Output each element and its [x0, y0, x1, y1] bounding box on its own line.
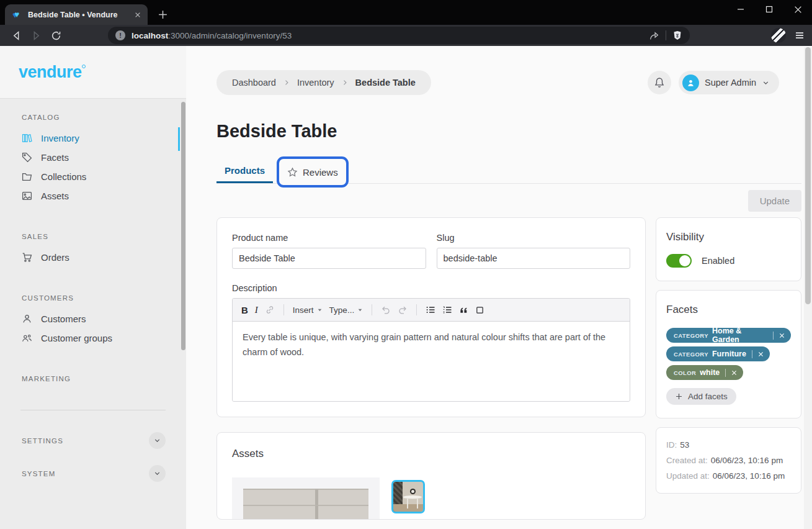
- editor-toolbar: B I Insert: [233, 299, 630, 322]
- section-header-marketing: MARKETING: [0, 375, 186, 382]
- horizontal-rule-icon[interactable]: [475, 305, 484, 315]
- sidebar-scrollbar[interactable]: [181, 102, 185, 350]
- italic-button[interactable]: I: [255, 305, 258, 315]
- chip-separator: [725, 369, 726, 377]
- scrollbar-thumb[interactable]: [805, 47, 811, 304]
- browser-toolbar: ! localhost:3000/admin/catalog/inventory…: [0, 25, 812, 46]
- sidebar-item-customer-groups[interactable]: Customer groups: [0, 328, 186, 348]
- bullet-list-icon[interactable]: [426, 305, 435, 315]
- back-button[interactable]: [7, 27, 25, 44]
- sidebar-item-facets[interactable]: Facets: [0, 148, 186, 167]
- assets-card-title: Assets: [232, 448, 630, 460]
- window-minimize-button[interactable]: [726, 0, 755, 19]
- library-icon: [22, 133, 32, 143]
- breadcrumb-dashboard[interactable]: Dashboard: [232, 78, 276, 88]
- meta-label: ID:: [666, 440, 677, 450]
- left-column: Product name Slug Description B: [216, 217, 646, 520]
- user-menu[interactable]: Super Admin: [679, 71, 779, 94]
- visibility-toggle[interactable]: [666, 254, 692, 268]
- add-facets-button[interactable]: Add facets: [666, 388, 736, 405]
- plus-icon: [675, 392, 683, 400]
- forward-button[interactable]: [27, 27, 45, 44]
- facet-value: Furniture: [712, 350, 746, 358]
- tab-products[interactable]: Products: [216, 159, 273, 183]
- rich-text-editor: B I Insert: [232, 298, 630, 402]
- meta-value: 53: [680, 440, 689, 450]
- image-detail: [410, 489, 416, 494]
- section-header-system: SYSTEM: [22, 470, 56, 477]
- url-bar-actions: [649, 30, 682, 41]
- remove-facet-icon[interactable]: [757, 351, 764, 358]
- blockquote-icon[interactable]: [459, 305, 468, 315]
- bold-button[interactable]: B: [241, 305, 248, 315]
- sidebar-item-label: Inventory: [41, 133, 79, 143]
- link-icon[interactable]: [265, 305, 275, 315]
- content-grid: Product name Slug Description B: [216, 217, 801, 520]
- chevron-down-icon[interactable]: [149, 432, 166, 449]
- page-scrollbar[interactable]: [804, 47, 812, 529]
- slug-field: Slug: [437, 233, 631, 269]
- sidebar-item-label: Customers: [41, 314, 86, 324]
- sidebar-item-collections[interactable]: Collections: [0, 167, 186, 186]
- description-editor-body[interactable]: Every table is unique, with varying grai…: [233, 322, 630, 401]
- share-icon[interactable]: [649, 30, 659, 41]
- user-icon: [686, 78, 695, 88]
- sidebar-item-label: Customer groups: [41, 333, 112, 343]
- new-tab-button[interactable]: [158, 9, 168, 20]
- browser-tab-title: Bedside Table • Vendure: [28, 11, 126, 19]
- insert-dropdown[interactable]: Insert: [293, 305, 323, 315]
- sidebar-item-inventory[interactable]: Inventory: [0, 129, 186, 148]
- tab-close-icon[interactable]: [134, 11, 141, 19]
- remove-facet-icon[interactable]: [731, 369, 738, 376]
- users-icon: [22, 333, 32, 343]
- user-icon: [22, 314, 32, 324]
- sidebar-item-orders[interactable]: Orders: [0, 248, 186, 267]
- tab-reviews[interactable]: Reviews: [287, 167, 338, 178]
- meta-label: Updated at:: [666, 471, 710, 481]
- url-bar[interactable]: ! localhost:3000/admin/catalog/inventory…: [108, 27, 690, 44]
- sidebar-item-label: Collections: [41, 171, 86, 182]
- sidebar-item-assets[interactable]: Assets: [0, 186, 186, 206]
- product-name-label: Product name: [232, 233, 426, 243]
- menu-icon[interactable]: [795, 30, 805, 40]
- slug-input[interactable]: [437, 248, 631, 269]
- tab-bar: Products Reviews: [216, 159, 801, 184]
- add-facets-label: Add facets: [688, 392, 728, 401]
- brave-shield-icon[interactable]: [672, 30, 682, 40]
- update-button[interactable]: Update: [748, 190, 801, 212]
- reload-button[interactable]: [47, 27, 65, 44]
- window-maximize-button[interactable]: [755, 0, 783, 19]
- featured-asset-preview[interactable]: [232, 477, 380, 520]
- image-detail: [403, 495, 422, 499]
- site-info-icon[interactable]: !: [115, 30, 125, 40]
- cart-icon: [22, 252, 32, 263]
- window-close-button[interactable]: [783, 0, 812, 19]
- toolbar-separator: [416, 304, 417, 315]
- undo-icon[interactable]: [381, 305, 391, 315]
- breadcrumb: Dashboard Inventory Bedside Table: [216, 70, 431, 95]
- logo-area: vendure: [0, 46, 186, 99]
- visibility-toggle-label: Enabled: [702, 256, 734, 266]
- notifications-button[interactable]: [648, 71, 671, 94]
- featured-asset-image: [243, 489, 368, 520]
- asset-thumbnail-selected[interactable]: [391, 480, 425, 513]
- product-name-input[interactable]: [232, 248, 426, 269]
- sidebar: vendure CATALOG Inventory Facets: [0, 46, 186, 529]
- ordered-list-icon[interactable]: [442, 305, 452, 315]
- browser-profile-avatar[interactable]: [771, 28, 786, 43]
- facet-group: CATEGORY: [674, 351, 708, 358]
- slug-label: Slug: [437, 233, 631, 243]
- sidebar-section-system[interactable]: SYSTEM: [0, 459, 186, 487]
- remove-facet-icon[interactable]: [779, 332, 785, 339]
- breadcrumb-inventory[interactable]: Inventory: [297, 78, 334, 88]
- browser-tab[interactable]: ♥♥ Bedside Table • Vendure: [5, 4, 148, 25]
- type-dropdown[interactable]: Type...: [329, 305, 364, 315]
- section-header-settings: SETTINGS: [22, 437, 63, 445]
- right-column: Visibility Enabled Facets CATEGORY Home …: [656, 217, 801, 494]
- chevron-down-icon[interactable]: [149, 465, 166, 482]
- vendure-logo: vendure: [19, 63, 82, 82]
- facets-title: Facets: [666, 304, 791, 316]
- sidebar-section-settings[interactable]: SETTINGS: [0, 427, 186, 454]
- redo-icon[interactable]: [398, 305, 408, 315]
- sidebar-item-customers[interactable]: Customers: [0, 309, 186, 328]
